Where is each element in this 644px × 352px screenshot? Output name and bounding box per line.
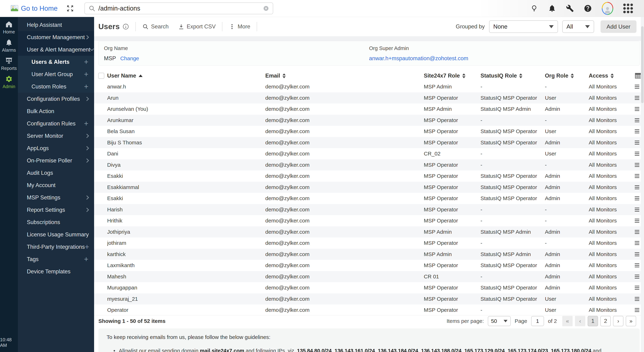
plus-icon[interactable]: [84, 71, 88, 78]
table-row[interactable]: Laxmikanthdemo@zylker.comMSP OperatorSta…: [94, 260, 644, 271]
sidebar-item-custom-roles[interactable]: Custom Roles: [18, 80, 94, 93]
row-menu-button[interactable]: [634, 150, 640, 157]
table-row[interactable]: anwar.hdemo@zylker.comMSP Admin--All Mon…: [94, 81, 644, 92]
plus-icon[interactable]: [85, 243, 89, 251]
pager-next-button[interactable]: ›: [613, 316, 624, 326]
search-button[interactable]: Search: [142, 23, 168, 30]
apps-grid-icon[interactable]: [623, 3, 633, 13]
admin-tools-wrench-icon[interactable]: [566, 4, 574, 12]
add-user-button[interactable]: Add User: [600, 20, 636, 33]
sidebar-item-tags[interactable]: Tags: [18, 253, 94, 265]
sidebar-item-license-usage-summary[interactable]: License Usage Summary: [18, 228, 94, 241]
clear-search-icon[interactable]: [263, 5, 269, 12]
sidebar-item-applogs[interactable]: AppLogs: [18, 142, 94, 154]
plus-icon[interactable]: [84, 83, 88, 90]
row-menu-button[interactable]: [634, 240, 640, 246]
sidebar-item-bulk-action[interactable]: Bulk Action: [18, 105, 94, 117]
sidebar-item-msp-settings[interactable]: MSP Settings: [18, 191, 94, 204]
sidebar-item-configuration-profiles[interactable]: Configuration Profiles: [18, 93, 94, 105]
org-super-admin-email-link[interactable]: anwar.h+mspautomation@zohotest.com: [369, 55, 468, 62]
table-row[interactable]: karthickdemo@zylker.comMSP AdminStatusIQ…: [94, 249, 644, 260]
sidebar-item-subscriptions[interactable]: Subscriptions: [18, 216, 94, 228]
sidebar-item-configuration-rules[interactable]: Configuration Rules: [18, 117, 94, 130]
row-menu-button[interactable]: [634, 184, 640, 191]
sidebar-item-user-alert-management[interactable]: User & Alert Management: [18, 43, 94, 56]
table-row[interactable]: Biju S Thomasdemo@zylker.comMSP Operator…: [94, 137, 644, 148]
sidebar-item-customer-management[interactable]: Customer Management: [18, 31, 94, 43]
page-number-input[interactable]: [531, 316, 544, 326]
column-header-access[interactable]: Access: [589, 73, 634, 79]
avatar[interactable]: [602, 2, 613, 15]
sidebar-item-user-alert-group[interactable]: User Alert Group: [18, 68, 94, 80]
table-row[interactable]: myesuraj_21demo@zylker.comMSP OperatorSt…: [94, 293, 644, 305]
table-row[interactable]: Jothipriyademo@zylker.comMSP AdminStatus…: [94, 226, 644, 238]
pager-first-button[interactable]: «: [562, 316, 572, 326]
table-row[interactable]: Bela Susandemo@zylker.comMSP OperatorSta…: [94, 126, 644, 137]
table-row[interactable]: Esakkiammaldemo@zylker.comMSP OperatorSt…: [94, 182, 644, 193]
row-menu-button[interactable]: [634, 228, 640, 235]
row-menu-button[interactable]: [634, 251, 640, 258]
sidebar-item-my-account[interactable]: My Account: [18, 179, 94, 191]
go-to-home-link[interactable]: Go to Home: [10, 4, 58, 12]
row-menu-button[interactable]: [634, 95, 640, 101]
column-header-statusiq-role[interactable]: StatusIQ Role: [480, 73, 545, 79]
table-row[interactable]: Esakkidemo@zylker.comMSP OperatorStatusI…: [94, 193, 644, 204]
table-row[interactable]: Divyademo@zylker.comMSP Operator--All Mo…: [94, 159, 644, 171]
export-csv-button[interactable]: Export CSV: [178, 23, 216, 30]
column-header-email[interactable]: Email: [265, 73, 424, 79]
pager-prev-button[interactable]: ‹: [575, 316, 585, 326]
rail-item-home[interactable]: Home: [3, 20, 15, 34]
plus-icon[interactable]: [84, 58, 88, 66]
select-all-checkbox[interactable]: [98, 73, 104, 79]
row-menu-button[interactable]: [634, 273, 640, 280]
table-row[interactable]: Arunselvan (You)demo@zylker.comMSP Admin…: [94, 103, 644, 115]
plus-icon[interactable]: [84, 256, 88, 263]
table-row[interactable]: Operatordemo@zylker.comMSP Operator-User…: [94, 305, 644, 315]
row-menu-button[interactable]: [634, 173, 640, 179]
sidebar-item-device-templates[interactable]: Device Templates: [18, 265, 94, 278]
vertical-scrollbar[interactable]: [641, 17, 644, 352]
plus-icon[interactable]: [84, 120, 88, 127]
lightbulb-icon[interactable]: [530, 4, 538, 12]
sidebar-item-on-premise-poller[interactable]: On-Premise Poller: [18, 154, 94, 167]
row-menu-button[interactable]: [634, 262, 640, 269]
sidebar-item-report-settings[interactable]: Report Settings: [18, 204, 94, 216]
items-per-page-select[interactable]: 50: [488, 316, 511, 326]
notifications-bell-icon[interactable]: [548, 4, 556, 12]
info-icon[interactable]: [122, 23, 129, 30]
row-menu-button[interactable]: [634, 117, 640, 124]
row-menu-button[interactable]: [634, 195, 640, 202]
table-row[interactable]: Esakkidemo@zylker.comMSP OperatorStatusI…: [94, 171, 644, 182]
row-menu-button[interactable]: [634, 296, 640, 302]
row-menu-button[interactable]: [634, 83, 640, 90]
pager-page-2-button[interactable]: 2: [600, 316, 611, 326]
table-row[interactable]: jothiramdemo@zylker.comMSP Operator--All…: [94, 237, 644, 249]
table-row[interactable]: Hrithikdemo@zylker.comMSP Operator--All …: [94, 215, 644, 226]
pager-page-1-button[interactable]: 1: [588, 316, 598, 326]
rail-item-admin[interactable]: Admin: [3, 75, 16, 89]
column-header-user-name[interactable]: User Name: [107, 73, 265, 79]
table-row[interactable]: Harishdemo@zylker.comMSP Operator--All M…: [94, 204, 644, 215]
more-button[interactable]: More: [229, 23, 250, 30]
table-row[interactable]: Arunkumardemo@zylker.comMSP Operator--Al…: [94, 115, 644, 126]
table-row[interactable]: Murugappandemo@zylker.comMSP OperatorSta…: [94, 282, 644, 293]
sidebar-item-third-party-integrations[interactable]: Third-Party Integrations: [18, 241, 94, 253]
global-search[interactable]: [84, 2, 273, 14]
column-header-site24x7-role[interactable]: Site24x7 Role: [424, 73, 480, 79]
sidebar-item-help-assistant[interactable]: Help Assistant: [18, 19, 94, 31]
rail-item-reports[interactable]: Reports: [1, 57, 17, 71]
row-menu-button[interactable]: [634, 139, 640, 146]
scrollbar-thumb[interactable]: [641, 26, 644, 103]
help-icon[interactable]: [584, 4, 592, 12]
row-menu-button[interactable]: [634, 284, 640, 291]
sidebar-item-audit-logs[interactable]: Audit Logs: [18, 167, 94, 179]
table-row[interactable]: Maheshdemo@zylker.comCR 01-AdminAll Moni…: [94, 271, 644, 282]
sidebar-item-users-alerts[interactable]: Users & Alerts: [18, 56, 94, 68]
row-menu-button[interactable]: [634, 128, 640, 135]
sidebar-item-server-monitor[interactable]: Server Monitor: [18, 130, 94, 142]
fullscreen-expand-icon[interactable]: [66, 4, 74, 12]
row-menu-button[interactable]: [634, 206, 640, 213]
group-by-select[interactable]: None: [489, 20, 558, 33]
global-search-input[interactable]: [98, 5, 260, 12]
table-row[interactable]: Arundemo@zylker.comMSP OperatorStatusIQ …: [94, 92, 644, 104]
